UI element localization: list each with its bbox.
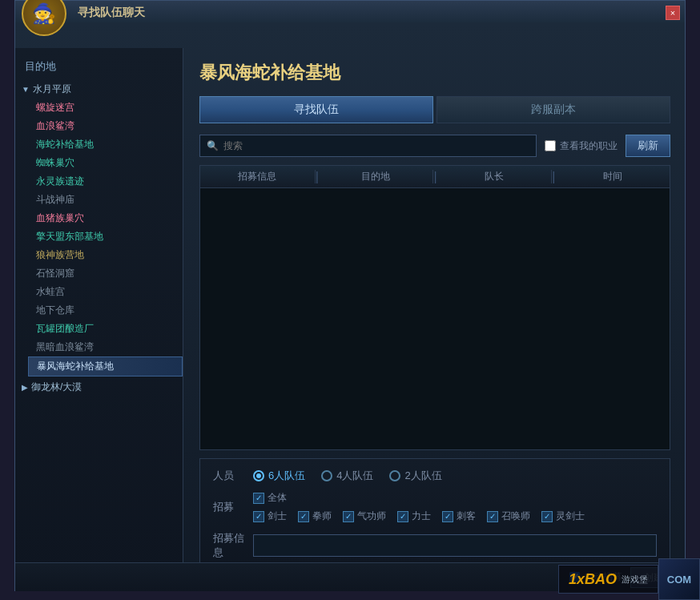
radio-label-2: 2人队伍 bbox=[404, 469, 441, 483]
sidebar-item-瓦罐团酿造厂[interactable]: 瓦罐团酿造厂 bbox=[28, 320, 183, 338]
com-badge: COM bbox=[658, 558, 700, 600]
checkmark-force: ✓ bbox=[397, 511, 408, 522]
radio-dot-2 bbox=[389, 470, 400, 481]
sidebar-header: 目的地 bbox=[15, 56, 183, 80]
radio-label-6: 6人队伍 bbox=[268, 469, 305, 483]
col-destination: 目的地 bbox=[319, 170, 434, 183]
search-icon: 🔍 bbox=[207, 140, 219, 151]
checkmark-spiritsword: ✓ bbox=[541, 511, 553, 522]
logo-text: 1xBAO bbox=[569, 571, 617, 588]
checkmark-summoner: ✓ bbox=[487, 511, 498, 522]
sidebar-item-地下仓库[interactable]: 地下仓库 bbox=[28, 301, 183, 320]
recruit-all-row: ✓ 全体 bbox=[253, 491, 585, 505]
sidebar-group-yulong: ▶ 御龙林/大漠 bbox=[15, 378, 183, 397]
sidebar-item-蜘蛛巢穴[interactable]: 蜘蛛巢穴 bbox=[28, 154, 183, 172]
content-area: 目的地 ▼ 水月平原 螺旋迷宫 血浪鲨湾 海蛇补给基地 蜘蛛巢穴 永灵族遗迹 斗… bbox=[15, 48, 686, 591]
check-qigong-label: 气功师 bbox=[357, 509, 386, 523]
checkmark-sword: ✓ bbox=[253, 511, 264, 522]
sidebar-group-label: 水月平原 bbox=[33, 83, 71, 96]
sidebar-item-螺旋迷宫[interactable]: 螺旋迷宫 bbox=[28, 99, 183, 117]
sidebar-items-shuiyue: 螺旋迷宫 血浪鲨湾 海蛇补给基地 蜘蛛巢穴 永灵族遗迹 斗战神庙 血猪族巢穴 擎… bbox=[15, 99, 183, 377]
tab-cross-server[interactable]: 跨服副本 bbox=[436, 96, 670, 123]
watermark-box: 1xBAO 游戏堡 bbox=[558, 565, 658, 594]
table-header: 招募信息 | 目的地 | 队长 | 时间 bbox=[199, 165, 670, 187]
sidebar-item-黑暗血浪鲨湾[interactable]: 黑暗血浪鲨湾 bbox=[28, 338, 183, 356]
radio-dot-6 bbox=[253, 470, 264, 481]
radio-6player[interactable]: 6人队伍 bbox=[253, 469, 305, 483]
checkmark-assassin: ✓ bbox=[442, 511, 453, 522]
logo-tagline: 游戏堡 bbox=[622, 574, 648, 586]
main-panel: 暴风海蛇补给基地 寻找队伍 跨服副本 🔍 查看我的职业 刷新 bbox=[183, 48, 686, 591]
chevron-right-icon: ▶ bbox=[22, 383, 28, 392]
table-body bbox=[199, 187, 670, 450]
check-summoner[interactable]: ✓ 召唤师 bbox=[487, 509, 530, 523]
my-class-label: 查看我的职业 bbox=[560, 139, 618, 153]
check-summoner-label: 召唤师 bbox=[501, 509, 530, 523]
sidebar-item-血猪族巢穴[interactable]: 血猪族巢穴 bbox=[28, 209, 183, 228]
refresh-button[interactable]: 刷新 bbox=[626, 135, 670, 157]
check-assassin-label: 刺客 bbox=[457, 509, 476, 523]
recruit-info-row: 招募信息 bbox=[213, 531, 657, 560]
tab-bar: 寻找队伍 跨服副本 bbox=[199, 96, 670, 123]
sidebar-item-海蛇补给基地[interactable]: 海蛇补给基地 bbox=[28, 135, 183, 154]
checkmark-all: ✓ bbox=[253, 493, 264, 504]
check-sword[interactable]: ✓ 剑士 bbox=[253, 509, 287, 523]
sidebar-group-toggle-yulong[interactable]: ▶ 御龙林/大漠 bbox=[15, 378, 183, 397]
radio-2player[interactable]: 2人队伍 bbox=[389, 469, 441, 483]
recruit-label: 招募 bbox=[213, 500, 253, 514]
check-assassin[interactable]: ✓ 刺客 bbox=[442, 509, 476, 523]
sidebar-item-石怪洞窟[interactable]: 石怪洞窟 bbox=[28, 264, 183, 283]
col-time: 时间 bbox=[555, 170, 670, 183]
sidebar-group-toggle-shuiyue[interactable]: ▼ 水月平原 bbox=[15, 80, 183, 99]
sidebar-item-永灵族遗迹[interactable]: 永灵族遗迹 bbox=[28, 172, 183, 191]
check-spiritsword-label: 灵剑士 bbox=[556, 509, 585, 523]
radio-label-4: 4人队伍 bbox=[336, 469, 373, 483]
recruit-row: 招募 ✓ 全体 ✓ 剑士 bbox=[213, 491, 657, 523]
check-all[interactable]: ✓ 全体 bbox=[253, 491, 287, 505]
members-label: 人员 bbox=[213, 469, 253, 483]
classes-row: ✓ 剑士 ✓ 拳师 ✓ 气功师 bbox=[253, 509, 585, 523]
col-recruit-info: 招募信息 bbox=[200, 170, 316, 183]
recruit-info-input[interactable] bbox=[253, 534, 657, 557]
members-row: 人员 6人队伍 4人队伍 2人队伍 bbox=[213, 469, 657, 483]
panel-title: 暴风海蛇补给基地 bbox=[199, 61, 670, 85]
check-qigong[interactable]: ✓ 气功师 bbox=[343, 509, 386, 523]
my-class-checkbox-label[interactable]: 查看我的职业 bbox=[545, 139, 618, 153]
col-leader: 队长 bbox=[437, 170, 553, 183]
members-radio-group: 6人队伍 4人队伍 2人队伍 bbox=[253, 469, 442, 483]
sidebar-item-斗战神庙[interactable]: 斗战神庙 bbox=[28, 191, 183, 209]
check-force-label: 力士 bbox=[412, 509, 431, 523]
chevron-down-icon: ▼ bbox=[22, 85, 30, 94]
sidebar-item-血浪鲨湾[interactable]: 血浪鲨湾 bbox=[28, 117, 183, 135]
radio-4player[interactable]: 4人队伍 bbox=[321, 469, 373, 483]
radio-dot-4 bbox=[321, 470, 332, 481]
check-all-label: 全体 bbox=[268, 491, 287, 505]
tab-find-party[interactable]: 寻找队伍 bbox=[199, 96, 433, 123]
main-window: 目的地 ▼ 水月平原 螺旋迷宫 血浪鲨湾 海蛇补给基地 蜘蛛巢穴 永灵族遗迹 斗… bbox=[14, 22, 686, 591]
sidebar-item-狼神族营地[interactable]: 狼神族营地 bbox=[28, 246, 183, 264]
window-title: 寻找队伍聊天 bbox=[78, 6, 145, 20]
sidebar: 目的地 ▼ 水月平原 螺旋迷宫 血浪鲨湾 海蛇补给基地 蜘蛛巢穴 永灵族遗迹 斗… bbox=[15, 48, 183, 591]
search-bar: 🔍 查看我的职业 刷新 bbox=[199, 135, 670, 157]
my-class-checkbox[interactable] bbox=[545, 140, 556, 151]
sidebar-item-水蛙宫[interactable]: 水蛙宫 bbox=[28, 283, 183, 301]
check-boxer[interactable]: ✓ 拳师 bbox=[298, 509, 332, 523]
check-sword-label: 剑士 bbox=[268, 509, 287, 523]
watermark-area: 1xBAO 游戏堡 COM bbox=[558, 558, 700, 600]
sidebar-group-shuiyue: ▼ 水月平原 螺旋迷宫 血浪鲨湾 海蛇补给基地 蜘蛛巢穴 永灵族遗迹 斗战神庙 … bbox=[15, 80, 183, 377]
search-input[interactable] bbox=[223, 140, 529, 151]
sidebar-item-暴风海蛇补给基地[interactable]: 暴风海蛇补给基地 bbox=[28, 356, 183, 377]
checkmark-boxer: ✓ bbox=[298, 511, 309, 522]
check-force[interactable]: ✓ 力士 bbox=[397, 509, 431, 523]
checkmark-qigong: ✓ bbox=[343, 511, 354, 522]
sidebar-item-擎天盟东部基地[interactable]: 擎天盟东部基地 bbox=[28, 228, 183, 246]
search-wrapper: 🔍 bbox=[199, 135, 537, 157]
sidebar-group-label-yulong: 御龙林/大漠 bbox=[31, 381, 82, 394]
check-spiritsword[interactable]: ✓ 灵剑士 bbox=[541, 509, 585, 523]
recruit-info-label: 招募信息 bbox=[213, 531, 253, 560]
check-boxer-label: 拳师 bbox=[312, 509, 332, 523]
close-button[interactable]: × bbox=[666, 6, 680, 20]
